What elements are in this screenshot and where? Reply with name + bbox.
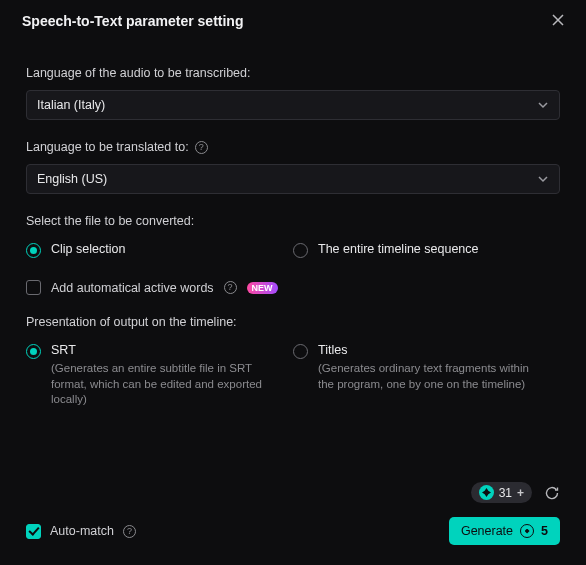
auto-match-checkbox[interactable]: Auto-match ? bbox=[26, 524, 136, 539]
checkbox-icon bbox=[26, 280, 41, 295]
coin-icon bbox=[479, 485, 494, 500]
refresh-icon[interactable] bbox=[544, 485, 560, 501]
chevron-down-icon bbox=[537, 173, 549, 185]
radio-srt-label: SRT bbox=[51, 343, 279, 357]
close-button[interactable] bbox=[550, 12, 568, 30]
source-language-value: Italian (Italy) bbox=[37, 98, 105, 112]
help-icon[interactable]: ? bbox=[123, 525, 136, 538]
radio-clip-selection[interactable]: Clip selection bbox=[26, 242, 293, 258]
source-language-label: Language of the audio to be transcribed: bbox=[26, 66, 560, 80]
file-select-label: Select the file to be converted: bbox=[26, 214, 560, 228]
radio-icon bbox=[26, 243, 41, 258]
radio-icon bbox=[293, 243, 308, 258]
generate-cost: 5 bbox=[541, 524, 548, 538]
radio-srt[interactable]: SRT (Generates an entire subtitle file i… bbox=[26, 343, 293, 408]
close-icon bbox=[550, 12, 566, 28]
generate-label: Generate bbox=[461, 524, 513, 538]
radio-clip-label: Clip selection bbox=[51, 242, 125, 256]
dialog-title: Speech-to-Text parameter setting bbox=[22, 13, 243, 29]
generate-button[interactable]: Generate 5 bbox=[449, 517, 560, 545]
radio-timeline-label: The entire timeline sequence bbox=[318, 242, 479, 256]
radio-titles-desc: (Generates ordinary text fragments withi… bbox=[318, 361, 546, 392]
new-badge: NEW bbox=[247, 282, 278, 294]
presentation-label: Presentation of output on the timeline: bbox=[26, 315, 560, 329]
presentation-group: SRT (Generates an entire subtitle file i… bbox=[26, 343, 560, 408]
auto-match-label: Auto-match bbox=[50, 524, 114, 538]
target-language-select[interactable]: English (US) bbox=[26, 164, 560, 194]
dialog-content: Language of the audio to be transcribed:… bbox=[0, 40, 586, 408]
credits-pill[interactable]: 31 + bbox=[471, 482, 532, 503]
radio-entire-timeline[interactable]: The entire timeline sequence bbox=[293, 242, 560, 258]
chevron-down-icon bbox=[537, 99, 549, 111]
help-icon[interactable]: ? bbox=[224, 281, 237, 294]
footer-bottom-row: Auto-match ? Generate 5 bbox=[26, 517, 560, 545]
radio-titles[interactable]: Titles (Generates ordinary text fragment… bbox=[293, 343, 560, 408]
cost-coin-icon bbox=[520, 524, 534, 538]
radio-icon bbox=[293, 344, 308, 359]
plus-icon: + bbox=[517, 486, 524, 500]
active-words-row[interactable]: Add automatical active words ? NEW bbox=[26, 280, 560, 295]
target-language-label-row: Language to be translated to: ? bbox=[26, 140, 560, 154]
footer-top-row: 31 + bbox=[26, 482, 560, 503]
dialog-header: Speech-to-Text parameter setting bbox=[0, 0, 586, 40]
target-language-label: Language to be translated to: bbox=[26, 140, 189, 154]
radio-icon bbox=[26, 344, 41, 359]
radio-titles-label: Titles bbox=[318, 343, 546, 357]
credits-value: 31 bbox=[499, 486, 512, 500]
checkbox-icon bbox=[26, 524, 41, 539]
stt-settings-dialog: Speech-to-Text parameter setting Languag… bbox=[0, 0, 586, 565]
source-language-select[interactable]: Italian (Italy) bbox=[26, 90, 560, 120]
active-words-label: Add automatical active words bbox=[51, 281, 214, 295]
help-icon[interactable]: ? bbox=[195, 141, 208, 154]
radio-srt-desc: (Generates an entire subtitle file in SR… bbox=[51, 361, 279, 408]
dialog-footer: 31 + Auto-match ? Generate 5 bbox=[0, 470, 586, 565]
target-language-value: English (US) bbox=[37, 172, 107, 186]
file-select-group: Clip selection The entire timeline seque… bbox=[26, 242, 560, 258]
